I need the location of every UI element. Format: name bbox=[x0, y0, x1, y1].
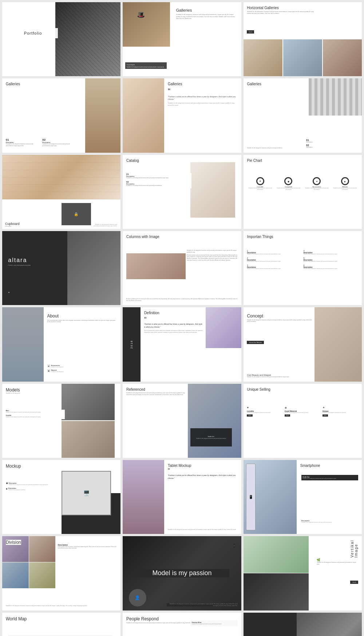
world-map-container bbox=[8, 635, 112, 636]
referenced-title: Referenced bbox=[126, 387, 188, 391]
chart-circle-1 bbox=[256, 177, 264, 185]
important-content: Importan Things bbox=[247, 235, 273, 239]
division-title: Division bbox=[6, 540, 21, 545]
galleries-caption: Travel depthSuitable for all categories … bbox=[125, 62, 167, 69]
slide-smartphone: Smartphone Guide line Suitable for all c… bbox=[244, 460, 362, 534]
desc-text-1: Suitable for all categories business and… bbox=[6, 143, 40, 147]
altara-content: altara Fashion and photography template bbox=[8, 257, 31, 266]
loveable-icon: ♥ bbox=[247, 406, 283, 409]
catalog-items: 01 Description Suitable for all categori… bbox=[126, 173, 191, 188]
slide-portfolio: Portfolio bbox=[2, 2, 120, 76]
chart-desc-4: Suitable for all categories business and… bbox=[332, 188, 359, 191]
got-it-button[interactable]: Got It bbox=[247, 30, 254, 34]
vertikal-images bbox=[244, 536, 309, 610]
important-item-3: 3 Description Suitable for all categorie… bbox=[247, 264, 301, 270]
columns-content: Columns with Image bbox=[126, 235, 238, 239]
altara-title: altara bbox=[8, 257, 31, 264]
smartphone-desc: Suitable for all categories business and… bbox=[301, 522, 358, 523]
mockup-desc-2: ◈ Description Suitable for all categorie… bbox=[6, 487, 59, 491]
galleries3-item-2: 02 Description bbox=[306, 144, 358, 148]
check-website-button[interactable]: Check Our Website bbox=[247, 341, 264, 344]
models-bottom-image bbox=[62, 421, 115, 458]
galleries3-desc-list: 01 Description 02 Description bbox=[306, 139, 358, 149]
models-images bbox=[62, 384, 115, 458]
slide-concept: Concept Suitable for all categories busi… bbox=[244, 307, 362, 381]
desc-text-2: Suitable for all categories business and… bbox=[42, 143, 77, 147]
vertikal-desc: Suitable for all categories business and… bbox=[317, 562, 358, 565]
mockup-desc-items: 🖥 Description Suitable for all categorie… bbox=[6, 482, 59, 492]
galleries3-image bbox=[309, 78, 362, 116]
unique-desc: Suitable for all categories business and… bbox=[323, 412, 359, 414]
tablet-mockup-image bbox=[123, 460, 164, 534]
slide-horizontal-galleries: Horizontal Galleries Suitable for all ca… bbox=[244, 2, 362, 76]
display-icon: ◈ bbox=[6, 487, 8, 490]
got-it-3-button[interactable]: Got It bbox=[323, 414, 328, 417]
definition-title: Definition bbox=[144, 311, 203, 315]
definition-desc: Set it a perspiciatis undem natus iste v… bbox=[144, 330, 203, 333]
division-content: Division bbox=[6, 540, 21, 545]
galleries-content: Galleries Suitable for all categories bu… bbox=[176, 8, 238, 20]
smartphone-title: Smartphone bbox=[300, 464, 357, 468]
gallery-img-1 bbox=[244, 39, 282, 77]
slide-about: About Set it a perspiciatis undem natus … bbox=[2, 307, 120, 381]
models-title: Models bbox=[6, 387, 20, 393]
caption-text: Travel depthSuitable for all categories … bbox=[127, 64, 164, 68]
division-right-desc: Description Linea ipsum dolor sit amet, … bbox=[58, 544, 117, 549]
got-it-1-button[interactable]: Got It bbox=[247, 414, 252, 417]
gallery-img-3 bbox=[323, 39, 362, 77]
chart-circle-4 bbox=[341, 177, 349, 185]
desc-item-1: 01 Description Suitable for all categori… bbox=[6, 138, 40, 147]
slide-end: End of Slides bbox=[244, 613, 362, 636]
lock-icon bbox=[62, 203, 91, 225]
mockup-title: Mockup bbox=[6, 464, 21, 469]
slide-galleries-1: Galleries Suitable for all categories bu… bbox=[123, 2, 241, 76]
about-items: ◈ Accessories Suitable for all categorie… bbox=[47, 364, 116, 374]
galleries-quote-image bbox=[123, 78, 164, 152]
vertikal-icon-item: 🌿 Suitable for all categories business a… bbox=[317, 558, 358, 565]
selling-col-2: ◈ Good Material Suitable for all categor… bbox=[285, 406, 321, 417]
vertikal-title: Vertikal Image bbox=[350, 540, 358, 558]
slide-galleries-quote: Galleries " “Fashion is what you’re offe… bbox=[123, 78, 241, 152]
catalog-image bbox=[190, 162, 236, 218]
galleries3-item-1: 01 Description bbox=[306, 139, 358, 143]
people-respond-desc: Suitable for all categories business and… bbox=[126, 622, 201, 624]
galleries-desc: Suitable for all categories business and… bbox=[176, 13, 238, 20]
concept-image bbox=[314, 307, 362, 381]
unique-selling-content: Unique Selling bbox=[247, 387, 270, 391]
columns-bottom-text: A short curated quote of memory for this… bbox=[126, 298, 238, 301]
about-content: About Set it a perspiciatis undem natus … bbox=[47, 313, 116, 323]
selling-col-3: ✦ Unique Suitable for all categories bus… bbox=[323, 406, 359, 417]
cupboard-small-text: Suitable for all categories business and… bbox=[91, 224, 117, 227]
chart-item-4: Website Suitable for all categories busi… bbox=[332, 177, 359, 191]
division-img-4 bbox=[29, 562, 56, 588]
tablet-mockup-content: Tablet Mockup " “Fashion is what you’re … bbox=[168, 464, 237, 480]
columns-desc-2: A short curated quote of memory for this… bbox=[187, 254, 238, 262]
about-item-2: ◉ Material Suitable for all categories bbox=[47, 369, 116, 372]
world-map-svg bbox=[8, 635, 112, 636]
galleries2-image bbox=[85, 78, 121, 152]
models-text-items: Main Suitable for all categories busines… bbox=[6, 410, 65, 419]
vertikal-got-it-button[interactable]: Got It bbox=[350, 581, 358, 584]
material-text: Material Suitable for all categories bbox=[51, 369, 64, 372]
chart-desc-3: Suitable for all categories business and… bbox=[304, 188, 330, 191]
world-map-title: World Map bbox=[6, 616, 27, 621]
galleries2-desc-row: 01 Description Suitable for all categori… bbox=[6, 138, 77, 147]
desc-num-1: 01 bbox=[6, 138, 40, 141]
slide-mockup: Mockup 🖥 Description Suitable for all ca… bbox=[2, 460, 120, 534]
model-item-2: Suitable Suitable for all categories bus… bbox=[6, 414, 65, 418]
unique-selling-cols: ♥ Locable Suitable for all categories bu… bbox=[247, 406, 358, 417]
concept-bottom: Cool Beauty and Elegant Suitable for all… bbox=[247, 374, 312, 378]
models-top-image bbox=[62, 384, 115, 421]
galleries3-title: Galleries bbox=[247, 82, 306, 86]
about-image bbox=[2, 307, 44, 381]
slide-cupboard: Cupboard Description Suitable for all ca… bbox=[2, 155, 120, 229]
horiz-galleries-images bbox=[244, 39, 362, 77]
slide-vertikal-image: Vertikal Image 🌿 Suitable for all catego… bbox=[244, 536, 362, 610]
slide-tablet-mockup: Tablet Mockup " “Fashion is what you’re … bbox=[123, 460, 241, 534]
got-it-2-button[interactable]: Got It bbox=[285, 414, 290, 417]
slide-people-respond: People Respond Suitable for all categori… bbox=[123, 613, 241, 636]
galleries2-content: Galleries bbox=[6, 82, 77, 86]
passion-title: Model is my passion bbox=[135, 569, 229, 577]
definition-year: 2018 bbox=[130, 340, 133, 349]
end-image bbox=[297, 613, 362, 636]
